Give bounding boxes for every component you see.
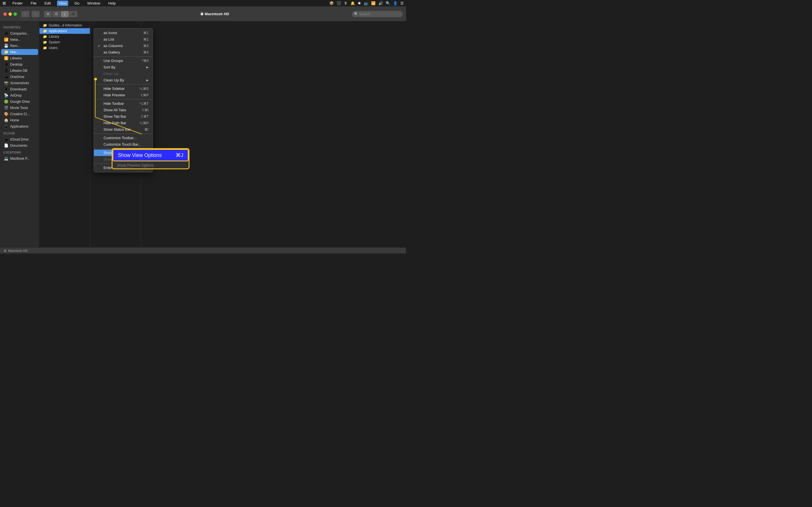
view-gallery-button[interactable]: ⬛ xyxy=(69,11,77,17)
menu-show-all-tabs-label: Show All Tabs xyxy=(103,108,126,112)
wifi-icon: 📶 xyxy=(371,1,375,5)
user-icon: 👤 xyxy=(393,1,398,5)
menu-show-status-bar[interactable]: Show Status Bar ⌘/ xyxy=(94,126,153,133)
remote-icon: 💾 xyxy=(4,44,8,48)
menu-hide-sidebar-label: Hide Sidebar xyxy=(103,87,124,91)
movie-icon: 🎬 xyxy=(4,106,8,110)
view-list-button[interactable]: ☰ xyxy=(52,11,60,17)
volume-icon: 🔊 xyxy=(378,1,383,5)
callout-ghost: Show Preview Options xyxy=(112,162,189,168)
menu-clean-up-by-label: Clean Up By xyxy=(103,78,124,82)
arrow-sort: ▶ xyxy=(146,66,149,69)
menu-view[interactable]: View xyxy=(57,1,68,6)
creative-icon: 🎨 xyxy=(4,112,8,116)
finder-body: Favorites 🖥 Compariso... 📶 Netw... 💾 Rem… xyxy=(0,21,406,247)
menu-clean-up: Clean Up xyxy=(94,70,153,77)
fullscreen-button[interactable] xyxy=(13,12,17,16)
downloads-icon: ⬇ xyxy=(4,87,8,91)
menu-clean-up-label: Clean Up xyxy=(103,71,119,76)
forward-button[interactable]: › xyxy=(32,11,40,17)
screenshots-icon: 📸 xyxy=(4,81,8,85)
minimize-button[interactable] xyxy=(8,12,12,16)
sidebar-item-network[interactable]: 📶 Netw... xyxy=(1,37,38,43)
menu-as-gallery[interactable]: as Gallery ⌘4 xyxy=(94,49,153,55)
menu-clean-up-by[interactable]: Clean Up By ▶ xyxy=(94,77,153,83)
sidebar-item-onedrive[interactable]: ☁ OneDrive xyxy=(1,74,38,80)
menu-hide-toolbar[interactable]: Hide Toolbar ⌥⌘T xyxy=(94,100,153,107)
sidebar-item-screenshots[interactable]: 📸 Screenshots xyxy=(1,80,38,86)
shortcut-groups: ^⌘0 xyxy=(142,59,149,63)
list-icon: ☰ xyxy=(400,1,404,5)
sidebar-item-lifewiredb[interactable]: 🗄 Lifewire DB xyxy=(1,68,38,73)
search-box[interactable]: 🔍 Search xyxy=(352,11,403,17)
separator-2 xyxy=(94,84,153,84)
menu-as-icons-label: as Icons xyxy=(103,31,117,35)
callout-container: Show View Options ⌘J Show Preview Option… xyxy=(95,133,190,169)
sidebar-item-movietools[interactable]: 🎬 Movie Tools xyxy=(1,105,38,111)
applications-icon: 📱 xyxy=(4,124,8,128)
menu-as-list[interactable]: as List ⌘2 xyxy=(94,36,153,43)
menu-show-all-tabs[interactable]: Show All Tabs ⇧⌘\ xyxy=(94,107,153,113)
sidebar-item-desktop[interactable]: 🖥 Desktop xyxy=(1,61,38,67)
menu-hide-preview[interactable]: Hide Preview ⇧⌘P xyxy=(94,92,153,98)
sidebar-item-creative[interactable]: 🎨 Creative Cl... xyxy=(1,111,38,117)
shortcut-showtabs: ⇧⌘\ xyxy=(142,108,149,112)
shortcut-columns: ⌘3 xyxy=(143,44,149,48)
sidebar-item-macbook[interactable]: 💻 MacBook P... xyxy=(1,156,38,161)
menu-as-icons[interactable]: as Icons ⌘1 xyxy=(94,30,153,36)
view-columns-button[interactable]: ⫿ xyxy=(61,11,69,17)
menu-as-columns[interactable]: ✓ as Columns ⌘3 xyxy=(94,43,153,49)
menu-hide-preview-label: Hide Preview xyxy=(103,93,125,97)
sidebar-section-icloud: iCloud xyxy=(0,129,39,136)
back-button[interactable]: ‹ xyxy=(21,11,29,17)
siri-icon: 🎙 xyxy=(344,1,348,5)
menu-use-groups[interactable]: Use Groups ^⌘0 xyxy=(94,57,153,64)
search-placeholder: Search xyxy=(359,12,370,16)
sidebar-item-icloud-drive[interactable]: ☁ iCloud Drive xyxy=(1,136,38,142)
checkmark-columns: ✓ xyxy=(98,44,102,48)
menu-show-tab-bar[interactable]: Show Tab Bar ⇧⌘T xyxy=(94,113,153,120)
airplay-icon: 📺 xyxy=(364,1,368,5)
menu-file[interactable]: File xyxy=(29,1,38,6)
view-icons-button[interactable]: ⊞ xyxy=(44,11,52,17)
callout-wrapper: Show View Options ⌘J Show Preview Option… xyxy=(112,148,190,169)
menu-as-list-label: as List xyxy=(103,37,114,41)
status-bar-text: Macintosh HD xyxy=(8,249,28,252)
shortcut-hidesidebar: ⌥⌘S xyxy=(139,87,149,91)
traffic-lights xyxy=(3,12,17,16)
menu-hide-toolbar-label: Hide Toolbar xyxy=(103,101,124,106)
battery-icon: ⬛ xyxy=(337,1,341,5)
sidebar-item-documents[interactable]: 📄 Documents xyxy=(1,143,38,149)
menu-go[interactable]: Go xyxy=(73,1,81,6)
menu-finder[interactable]: Finder xyxy=(11,1,24,6)
sidebar-item-airdrop[interactable]: 📡 AirDrop xyxy=(1,93,38,98)
separator-1 xyxy=(94,56,153,57)
menu-help[interactable]: Help xyxy=(107,1,117,6)
sidebar-item-remote[interactable]: 💾 Rem... xyxy=(1,43,38,49)
sidebar-item-macintosh[interactable]: 📁 Mac... xyxy=(1,49,38,55)
apple-logo[interactable]: ⌘ xyxy=(2,1,6,6)
dropbox-icon: 📦 xyxy=(329,1,334,5)
sidebar-item-home[interactable]: 🏠 Home xyxy=(1,117,38,123)
sidebar-item-lifewire[interactable]: ⏫ Lifewire xyxy=(1,55,38,61)
callout-shortcut: ⌘J xyxy=(175,152,183,158)
menubar: ⌘ Finder File Edit View Go Window Help 📦… xyxy=(0,0,406,7)
sidebar-item-downloads[interactable]: ⬇ Downloads xyxy=(1,86,38,92)
menu-window[interactable]: Window xyxy=(86,1,102,6)
close-button[interactable] xyxy=(3,12,7,16)
notifications-icon: 🔔 xyxy=(350,1,355,5)
sidebar-item-googledrive[interactable]: 🟢 Google Drive xyxy=(1,99,38,105)
sidebar-item-applications[interactable]: 📱 Applications xyxy=(1,123,38,129)
menu-hide-path-bar[interactable]: Hide Path Bar ⌥⌘P xyxy=(94,120,153,126)
shortcut-list: ⌘2 xyxy=(143,38,149,41)
onedrive-icon: ☁ xyxy=(4,75,8,79)
sidebar-item-compariso[interactable]: 🖥 Compariso... xyxy=(1,31,38,36)
menu-hide-sidebar[interactable]: Hide Sidebar ⌥⌘S xyxy=(94,86,153,92)
lifewire-icon: ⏫ xyxy=(4,56,8,60)
shortcut-gallery: ⌘4 xyxy=(143,50,149,54)
desktop-icon: 🖥 xyxy=(4,62,8,66)
callout-text: Show View Options xyxy=(118,152,162,158)
shortcut-hidepathbar: ⌥⌘P xyxy=(139,121,149,125)
menu-sort-by[interactable]: Sort By ▶ xyxy=(94,64,153,70)
menu-edit[interactable]: Edit xyxy=(43,1,52,6)
